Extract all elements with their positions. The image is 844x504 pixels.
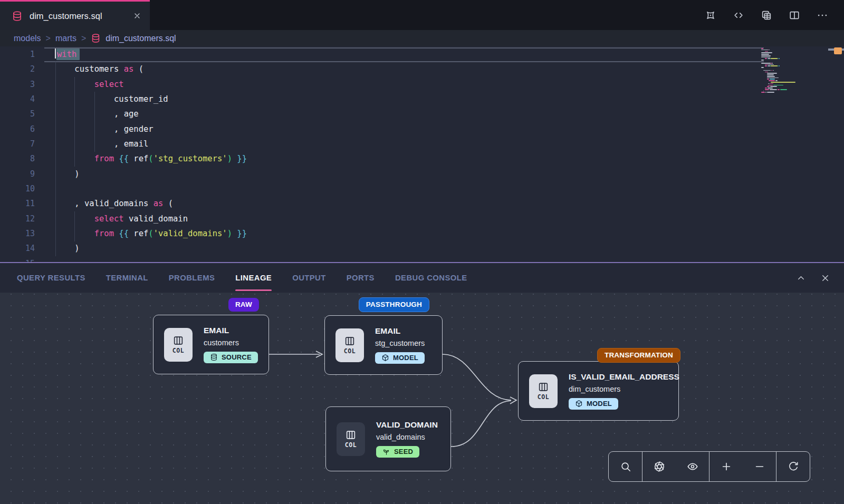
edge-arrowhead (316, 351, 322, 357)
code-text: , age (55, 106, 139, 121)
code-text: ) (55, 241, 80, 256)
code-text: select (55, 77, 124, 92)
code-text: customer_id (55, 92, 168, 106)
columns-icon (172, 335, 184, 346)
line-number: 2 (0, 62, 35, 76)
node-model-name: dim_customers (569, 385, 679, 393)
code-line[interactable]: 8 from {{ ref('stg_customers') }} (0, 151, 760, 166)
breadcrumb: models>marts>dim_customers.sql (0, 30, 844, 46)
refresh-button[interactable] (776, 452, 810, 481)
minus-button[interactable] (743, 452, 776, 481)
panel-tab-ports[interactable]: PORTS (347, 263, 375, 293)
edge-arrowhead (510, 397, 516, 404)
column-chip-label: COL (345, 441, 357, 449)
lineage-node-stg_customers[interactable]: COL EMAIL stg_customers MODEL PASSTHROUG… (324, 315, 443, 375)
columns-icon (345, 429, 357, 441)
seedling-icon (382, 448, 390, 455)
column-chip: COL (164, 328, 193, 362)
code-icon[interactable] (733, 9, 744, 21)
panel-tab-output[interactable]: OUTPUT (292, 263, 326, 293)
minus-icon (754, 461, 765, 472)
code-line[interactable]: 10 (0, 181, 760, 196)
cube-icon (381, 354, 389, 362)
scrollbar-marker[interactable] (834, 47, 842, 54)
breadcrumb-item-marts[interactable]: marts (55, 34, 76, 43)
eye-icon (687, 461, 698, 472)
breadcrumb-item-models[interactable]: models (14, 34, 41, 43)
refresh-icon (788, 461, 799, 472)
column-chip-label: COL (344, 347, 356, 355)
columns-icon (538, 381, 549, 393)
node-tag-passthrough: PASSTHROUGH (359, 297, 429, 312)
code-line[interactable]: 12 select valid_domain (0, 211, 760, 226)
tab-dim-customers-sql[interactable]: dim_customers.sql (0, 0, 150, 30)
panel-tab-lineage[interactable]: LINEAGE (235, 263, 272, 293)
node-model-name: stg_customers (375, 339, 425, 347)
node-type-badge: MODEL (375, 352, 425, 364)
lineage-node-valid_domains[interactable]: COL VALID_DOMAIN valid_domains SEED (325, 406, 451, 471)
aperture-icon (654, 461, 665, 472)
search-button[interactable] (609, 452, 642, 481)
column-chip-label: COL (538, 393, 549, 401)
chevron-up-icon[interactable] (796, 273, 806, 283)
code-line[interactable]: 6 , gender (0, 122, 760, 137)
line-number: 12 (0, 211, 35, 226)
line-number: 15 (0, 256, 35, 262)
aperture-button[interactable] (642, 452, 676, 481)
line-number: 5 (0, 106, 35, 121)
search-icon (620, 461, 631, 472)
cube-icon (575, 400, 583, 408)
code-line[interactable]: 11 , valid_domains as ( (0, 196, 760, 211)
node-type-label: MODEL (587, 400, 612, 408)
breadcrumb-separator: > (81, 34, 86, 43)
code-line[interactable]: 4 customer_id (0, 92, 760, 106)
node-type-badge: MODEL (569, 398, 618, 410)
code-line[interactable]: 2 customers as ( (0, 62, 760, 76)
code-line[interactable]: 5 , age (0, 106, 760, 121)
editor-actions (705, 0, 844, 30)
text-cursor (55, 49, 56, 59)
line-number: 9 (0, 167, 35, 181)
breadcrumb-file[interactable]: dim_customers.sql (106, 34, 176, 43)
code-line[interactable]: 9 ) (0, 167, 760, 181)
toolbar-group (642, 452, 709, 481)
code-line[interactable]: 15 (0, 256, 760, 262)
code-line[interactable]: 13 from {{ ref('valid_domains') }} (0, 226, 760, 241)
tab-label: dim_customers.sql (30, 11, 126, 21)
ide-window: dim_customers.sql models>marts>dim_custo… (0, 0, 844, 504)
code-line[interactable]: 1with (0, 47, 760, 62)
code-line[interactable]: 3 select (0, 77, 760, 92)
copy-table-icon[interactable] (761, 9, 772, 21)
lineage-node-customers[interactable]: COL EMAIL customers SOURCE RAW (153, 315, 269, 374)
close-icon[interactable] (820, 273, 830, 283)
column-chip: COL (335, 328, 364, 362)
panel-tab-problems[interactable]: PROBLEMS (169, 263, 215, 293)
close-tab-icon[interactable] (133, 12, 141, 20)
code-text: from {{ ref('valid_domains') }} (55, 226, 247, 241)
more-icon[interactable] (817, 9, 828, 21)
code-line[interactable]: 14 ) (0, 241, 760, 256)
panel-tab-debug-console[interactable]: DEBUG CONSOLE (395, 263, 467, 293)
node-type-label: SEED (394, 448, 413, 455)
lineage-toolbar (608, 451, 810, 482)
node-tag-transformation: TRANSFORMATION (597, 348, 680, 363)
code-text: ) (55, 167, 80, 181)
panel-tab-terminal[interactable]: TERMINAL (106, 263, 148, 293)
minimap[interactable] (761, 48, 811, 93)
code-line[interactable]: 7 , email (0, 137, 760, 151)
node-column-name: VALID_DOMAIN (376, 420, 438, 430)
column-chip-label: COL (172, 347, 184, 354)
code-text: , gender (55, 122, 154, 137)
node-type-badge: SEED (376, 446, 419, 458)
plus-button[interactable] (709, 452, 743, 481)
dbt-logo-icon[interactable] (705, 9, 716, 21)
toolbar-group (709, 452, 776, 481)
code-editor[interactable]: 1with2 customers as (3 select4 customer_… (0, 46, 844, 262)
eye-button[interactable] (676, 452, 709, 481)
lineage-canvas[interactable]: COL EMAIL customers SOURCE RAW COL EMAIL… (0, 293, 844, 504)
lineage-node-dim_customers[interactable]: COL IS_VALID_EMAIL_ADDRESS dim_customers… (518, 361, 679, 421)
edge-valid-domains-to-dim (451, 401, 511, 447)
panel-tab-query-results[interactable]: QUERY RESULTS (17, 263, 85, 293)
split-editor-icon[interactable] (789, 9, 800, 21)
line-number: 4 (0, 92, 35, 106)
